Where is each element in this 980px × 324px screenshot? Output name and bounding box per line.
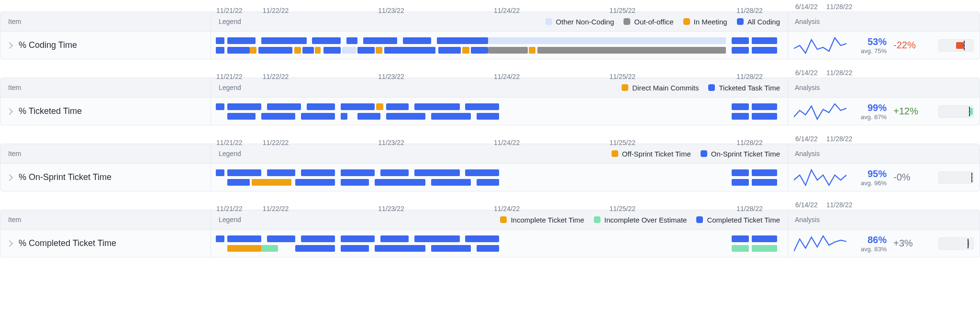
delta-percent: +3% [893,238,923,249]
current-percent: 95% [868,168,887,179]
timeline-segment [267,235,295,242]
column-header-item: Item [0,78,211,97]
metric-section-ticketed-time: 11/21/2211/22/2211/23/2211/24/2211/25/22… [0,66,980,125]
timeline-segment [431,113,471,120]
timeline-tick: 11/23/22 [378,139,404,146]
timeline-segment [752,113,777,120]
section-header: ItemLegendDirect Main CommitsTicketed Ta… [0,78,980,98]
sparkline[interactable] [794,234,846,253]
bullet-chart[interactable] [938,237,974,250]
timeline-track [216,47,783,54]
bullet-chart[interactable] [938,39,974,52]
timeline-segment [216,47,224,54]
timeline-segment [357,113,380,120]
timeline-segment [302,47,314,54]
legend-label: Incomplete Over Estimate [604,216,687,224]
legend-item[interactable]: On-Sprint Ticket Time [701,150,780,158]
timeline-segment [323,47,341,54]
legend-item[interactable]: Completed Ticket Time [696,216,780,224]
legend-item[interactable]: All Coding [737,18,780,26]
timeline-segment [301,169,335,176]
expand-caret-icon[interactable] [6,174,13,180]
activity-timeline[interactable] [211,32,788,59]
timeline-tick: 11/24/22 [494,73,520,80]
bullet-tick [971,173,972,182]
timeline-tick: 11/22/22 [263,205,289,212]
analysis-stats: 86%avg. 83% [853,235,887,253]
timeline-segment [227,179,250,186]
timeline-segment [465,235,499,242]
timeline-tick: 11/24/22 [494,7,520,14]
timeline-tick: 11/28/22 [736,205,763,212]
analysis-stats: 99%avg. 87% [853,102,887,121]
bullet-chart[interactable] [938,171,974,184]
timeline-segment [376,47,382,54]
bullet-chart[interactable] [938,105,974,118]
expand-caret-icon[interactable] [6,240,13,246]
metric-name[interactable]: % On-Sprint Ticket Time [19,172,111,182]
timeline-tick: 11/22/22 [263,73,289,80]
date-axis: 11/21/2211/22/2211/23/2211/24/2211/25/22… [0,0,980,11]
activity-timeline[interactable] [211,98,788,125]
column-header-analysis: Analysis [788,210,980,229]
bullet-bar [956,42,964,49]
legend-item[interactable]: Direct Main Commits [622,84,699,92]
legend-item[interactable]: Incomplete Ticket Time [500,216,584,224]
metric-name[interactable]: % Ticketed Time [19,106,82,116]
timeline-segment [477,245,499,252]
timeline-tick: 11/22/22 [263,139,289,146]
timeline-segment [732,169,749,176]
timeline-segment [261,245,278,252]
legend-item[interactable]: Off-Sprint Ticket Time [612,150,691,158]
timeline-segment [250,47,256,54]
timeline-segment [315,47,321,54]
timeline-segment [465,103,499,110]
timeline-segment [732,103,749,110]
timeline-tick: 11/25/22 [610,7,636,14]
analysis-stats: 95%avg. 96% [853,168,887,187]
timeline-segment [258,47,292,54]
sparkline[interactable] [794,36,846,55]
legend-item[interactable]: In Meeting [683,18,727,26]
timeline-segment [752,235,777,242]
legend-item[interactable]: Out-of-office [624,18,673,26]
timeline-segment [216,235,224,242]
timeline-segment [376,103,383,110]
timeline-segment [227,245,261,252]
legend-label: Incomplete Ticket Time [511,216,584,224]
sparkline[interactable] [794,102,846,121]
timeline-tick: 11/23/22 [378,205,404,212]
timeline-segment [431,179,471,186]
timeline-segment [752,179,777,186]
timeline-segment [267,169,295,176]
timeline-tick: 11/23/22 [378,73,404,80]
legend-item[interactable]: Incomplete Over Estimate [594,216,687,224]
metric-name[interactable]: % Coding Time [19,40,77,50]
timeline-segment [488,37,726,44]
timeline-segment [301,235,335,242]
timeline-segment [375,245,426,252]
sparkline[interactable] [794,168,846,187]
legend-swatch-icon [696,216,703,223]
timeline-segment [752,245,777,252]
legend-item[interactable]: Ticketed Task Time [708,84,780,92]
delta-percent: -22% [893,40,923,51]
expand-caret-icon[interactable] [6,42,13,48]
timeline-segment [414,235,460,242]
timeline-tick: 11/25/22 [610,139,636,146]
analysis-range-date: 11/28/22 [826,135,853,143]
legend-swatch-icon [500,216,507,223]
metric-name[interactable]: % Completed Ticket Time [19,238,116,248]
expand-caret-icon[interactable] [6,108,13,114]
legend-item[interactable]: Other Non-Coding [546,18,614,26]
timeline-segment [471,47,488,54]
timeline-tick: 11/21/22 [216,205,243,212]
metric-row: % Ticketed Time99%avg. 87%+12% [0,98,980,125]
activity-timeline[interactable] [211,164,788,191]
analysis-range-date: 6/14/22 [795,69,818,77]
legend-swatch-icon [737,18,744,25]
timeline-segment [384,47,435,54]
legend-label: Direct Main Commits [632,84,699,92]
activity-timeline[interactable] [211,230,788,257]
timeline-segment [537,47,726,54]
